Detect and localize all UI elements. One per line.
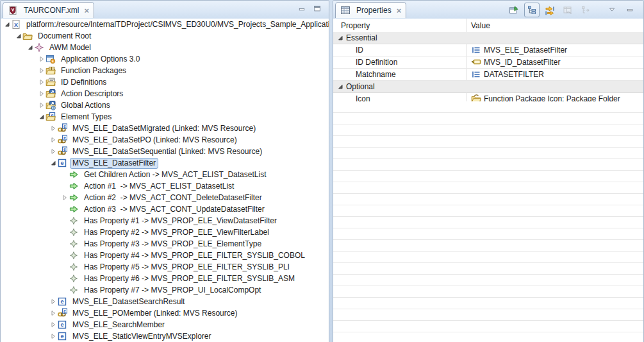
- property-value-cell[interactable]: MVS_ID_DatasetFilter: [466, 56, 643, 68]
- tree-item[interactable]: Function Packages: [1, 65, 329, 76]
- minimize-button[interactable]: [299, 6, 307, 13]
- tree-item[interactable]: Action #3 -> MVS_ACT_CONT_UpdateDatasetF…: [1, 203, 329, 215]
- collapse-all-icon: [581, 5, 591, 15]
- collapse-arrow-icon[interactable]: [38, 114, 45, 120]
- expand-arrow-icon[interactable]: [49, 125, 57, 132]
- collapse-arrow-icon[interactable]: [26, 44, 34, 51]
- tree-item[interactable]: Action #2 -> MVS_ACT_CONT_DeleteDatasetF…: [1, 192, 329, 203]
- tree-item[interactable]: Document Root: [1, 30, 329, 42]
- pin-view-icon: [509, 5, 519, 15]
- tree-item-label: Has Property #3 -> MVS_PROP_ELE_ElementT…: [81, 239, 264, 250]
- collapse-arrow-icon[interactable]: [49, 160, 57, 166]
- pin-view-button[interactable]: [506, 3, 522, 17]
- expand-arrow-icon[interactable]: [38, 56, 45, 62]
- function-packages-icon: [45, 65, 56, 76]
- expand-arrow-icon[interactable]: [38, 102, 45, 108]
- tree-item[interactable]: eElement Types: [1, 111, 329, 123]
- show-advanced-properties-button[interactable]: [542, 3, 557, 17]
- property-row[interactable]: MatchnameDATASETFILTER: [333, 69, 643, 81]
- maximize-button[interactable]: [314, 5, 322, 13]
- tree-item[interactable]: eMVS_ELE_DataSetMigrated (Linked: MVS Re…: [1, 123, 329, 134]
- tree-item-label: platform:/resource/InternalTDProject/CSI…: [24, 19, 329, 30]
- property-value-cell[interactable]: MVS_ELE_DatasetFilter: [466, 44, 643, 56]
- expand-arrow-icon[interactable]: [49, 298, 57, 305]
- xml-tree[interactable]: Xplatform:/resource/InternalTDProject/CS…: [1, 19, 329, 342]
- expand-arrow-icon[interactable]: [38, 67, 45, 74]
- restore-default-icon: [563, 5, 573, 15]
- close-icon[interactable]: ×: [84, 6, 89, 15]
- tree-item[interactable]: eMVS_ELE_DataSetPO (Linked: MVS Resource…: [1, 134, 329, 146]
- tree-item[interactable]: Action #1 -> MVS_ACT_ELIST_DatasetList: [1, 180, 329, 192]
- expand-arrow-icon[interactable]: [38, 90, 45, 97]
- tree-item[interactable]: AWM Model: [1, 42, 329, 53]
- tree-item[interactable]: Has Property #2 -> MVS_PROP_ELE_ViewFilt…: [1, 227, 329, 238]
- tree-item[interactable]: eMVS_ELE_StaticViewEntryMVSExplorer: [1, 330, 329, 342]
- tree-item[interactable]: Has Property #7 -> MVS_PROP_UI_LocalComp…: [1, 284, 329, 296]
- tree-item[interactable]: eMVS_ELE_SearchMember: [1, 319, 329, 330]
- tree-item[interactable]: Get Children Action -> MVS_ACT_ELIST_Dat…: [1, 169, 329, 180]
- property-category-row[interactable]: Optional: [333, 81, 643, 93]
- tree-item-label: MVS_ELE_DataSetSequential (Linked: MVS R…: [70, 146, 265, 157]
- property-value-cell[interactable]: DATASETFILTER: [466, 69, 643, 80]
- linked-element-icon: e: [57, 308, 67, 318]
- tree-item[interactable]: eMVS_ELE_POMember (Linked: MVS Resource): [1, 307, 329, 319]
- has-property-icon: [69, 285, 79, 295]
- tree-item-label: Action #1 -> MVS_ACT_ELIST_DatasetList: [81, 181, 236, 192]
- action-arrow-icon: [69, 181, 79, 191]
- property-name: ID: [333, 46, 363, 55]
- tree-item[interactable]: Global Actions: [1, 99, 329, 111]
- collapse-arrow-icon[interactable]: [3, 21, 11, 28]
- property-name: Matchname: [333, 70, 396, 79]
- expand-arrow-icon[interactable]: [61, 194, 69, 201]
- tree-item[interactable]: ID Definitions: [1, 76, 329, 88]
- show-categories-button[interactable]: [524, 3, 540, 17]
- tree-item[interactable]: eMVS_ELE_DataSetSequential (Linked: MVS …: [1, 146, 329, 157]
- tree-item[interactable]: Has Property #1 -> MVS_PROP_ELE_ViewData…: [1, 215, 329, 227]
- property-category-row[interactable]: Essential: [333, 32, 643, 44]
- tree-item-label: MVS_ELE_SearchMember: [70, 320, 167, 330]
- tree-item[interactable]: Application Options 3.0: [1, 53, 329, 65]
- tree-item[interactable]: Action Descriptors: [1, 88, 329, 99]
- tree-item-label: Has Property #5 -> MVS_PROP_ELE_FILTER_S…: [81, 262, 292, 273]
- tree-item[interactable]: eMVS_ELE_DatasetSearchResult: [1, 296, 329, 307]
- tree-item-label: Document Root: [35, 31, 94, 42]
- close-icon[interactable]: ×: [397, 6, 402, 15]
- editor-window-controls: [299, 5, 322, 13]
- tree-item[interactable]: Has Property #5 -> MVS_PROP_ELE_FILTER_S…: [1, 261, 329, 273]
- svg-text:e: e: [63, 309, 66, 313]
- tree-item[interactable]: Has Property #3 -> MVS_PROP_ELE_ElementT…: [1, 238, 329, 250]
- view-menu-button[interactable]: [605, 3, 620, 17]
- collapse-arrow-icon[interactable]: [15, 33, 22, 39]
- element-types-icon: e: [45, 112, 56, 122]
- editor-tab-bar: TAURCONF.xml ×: [1, 1, 329, 19]
- show-categories-icon: [527, 5, 537, 15]
- property-name: ID Definition: [333, 58, 397, 67]
- collapse-arrow-icon[interactable]: [336, 35, 344, 41]
- properties-view: Properties × Property Value EssentialIDM…: [333, 0, 644, 342]
- has-property-icon: [69, 250, 79, 261]
- expand-arrow-icon[interactable]: [38, 79, 45, 85]
- expand-arrow-icon[interactable]: [49, 333, 57, 339]
- minimize-button[interactable]: [623, 3, 638, 17]
- collapse-arrow-icon[interactable]: [336, 83, 344, 90]
- property-row[interactable]: IDMVS_ELE_DatasetFilter: [333, 44, 643, 56]
- tree-item[interactable]: eMVS_ELE_DatasetFilter: [1, 157, 329, 169]
- expand-arrow-icon[interactable]: [49, 321, 57, 328]
- tree-item[interactable]: Has Property #6 -> MVS_PROP_ELE_FILTER_S…: [1, 273, 329, 284]
- expand-arrow-icon[interactable]: [49, 310, 57, 316]
- tree-item[interactable]: Xplatform:/resource/InternalTDProject/CS…: [1, 19, 329, 30]
- tree-item-label: Function Packages: [58, 65, 129, 76]
- tree-item-label: MVS_ELE_DataSetMigrated (Linked: MVS Res…: [70, 123, 258, 134]
- expand-arrow-icon[interactable]: [49, 137, 57, 143]
- properties-tab-label: Properties: [356, 6, 392, 15]
- tree-item-label: MVS_ELE_POMember (Linked: MVS Resource): [70, 308, 240, 319]
- property-row[interactable]: ID DefinitionMVS_ID_DatasetFilter: [333, 56, 643, 69]
- tab-properties[interactable]: Properties ×: [335, 2, 406, 18]
- svg-text:X: X: [14, 22, 18, 28]
- tree-item-label: Action #2 -> MVS_ACT_CONT_DeleteDatasetF…: [81, 192, 265, 203]
- svg-text:e: e: [60, 321, 63, 328]
- tab-taurconf-xml[interactable]: TAURCONF.xml ×: [3, 2, 94, 18]
- chevron-down-icon: [609, 6, 617, 14]
- tree-item[interactable]: Has Property #4 -> MVS_PROP_ELE_FILTER_S…: [1, 250, 329, 261]
- expand-arrow-icon[interactable]: [49, 148, 57, 155]
